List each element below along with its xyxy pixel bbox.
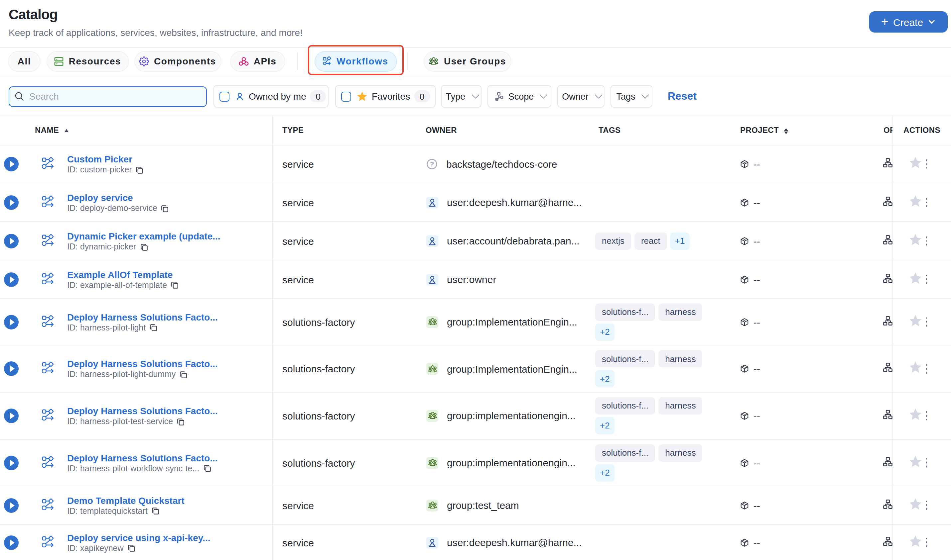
svg-text:?: ? <box>430 160 434 168</box>
